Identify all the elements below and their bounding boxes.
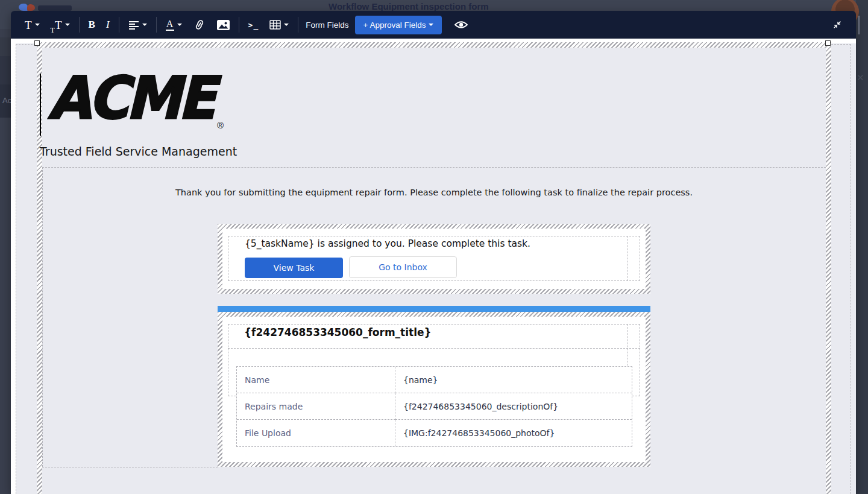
chevron-down-icon [177, 24, 182, 26]
toolbar-divider [119, 17, 119, 33]
bold-glyph: B [89, 19, 95, 31]
link-icon [193, 19, 206, 30]
editor-toolbar: T T T B I [11, 11, 856, 39]
preview-button[interactable] [450, 15, 472, 34]
color-underline [166, 30, 174, 31]
table-label-cell[interactable]: Repairs made [237, 393, 395, 420]
image-button[interactable] [213, 15, 234, 34]
code-icon: >_ [248, 21, 259, 30]
workflow-title: Workflow Equipment inspection form [329, 1, 489, 11]
screen: Workflow Equipment inspection form ✕ Ac … [0, 0, 868, 494]
company-logo[interactable]: ACME [48, 65, 213, 131]
table-value-cell[interactable]: {f242746853345060_descriptionOf} [395, 393, 632, 420]
align-left-icon [128, 21, 139, 30]
section-accent-bar [218, 306, 650, 312]
form-fields-button[interactable]: Form Fields [306, 21, 348, 30]
collapse-button[interactable] [828, 15, 846, 34]
table-label-cell[interactable]: File Upload [237, 420, 395, 446]
go-to-inbox-button[interactable]: Go to Inbox [349, 256, 457, 278]
chevron-down-icon [142, 24, 147, 26]
resize-handle[interactable] [825, 40, 831, 46]
app-logo-icon [19, 4, 28, 11]
background-close-icon: ✕ [857, 72, 864, 83]
email-editor-modal: T T T B I [11, 11, 856, 494]
scrollbar-thumb[interactable] [858, 16, 860, 34]
table-value-cell[interactable]: {name} [395, 367, 632, 393]
chevron-down-icon [429, 24, 433, 26]
section-border [42, 167, 43, 467]
bold-button[interactable]: B [84, 15, 99, 34]
section-border [42, 467, 218, 467]
email-canvas: ACME ® Trusted Field Service Management … [11, 39, 856, 494]
chevron-down-icon [35, 24, 40, 26]
text-style-glyph: T [25, 19, 32, 31]
color-glyph: A [166, 19, 174, 29]
section-divider [42, 167, 826, 168]
task-message[interactable]: {5_taskName} is assigned to you. Please … [245, 238, 530, 249]
app-logo-icon-part [27, 4, 35, 11]
sidebar-sliver [0, 56, 11, 84]
toolbar-divider [298, 17, 298, 33]
resize-handle[interactable] [34, 40, 40, 46]
chevron-down-icon [65, 24, 70, 26]
italic-glyph: I [106, 19, 110, 31]
body-block-border [826, 42, 831, 494]
table-icon [269, 20, 281, 30]
sidebar-partial-label: Ac [2, 96, 11, 105]
text-cursor [40, 74, 41, 136]
view-task-button[interactable]: View Task [245, 258, 343, 278]
toolbar-divider [79, 17, 80, 33]
form-region-divider [228, 348, 640, 349]
font-size-small-glyph: T [51, 27, 55, 34]
code-button[interactable]: >_ [244, 15, 263, 34]
eye-icon [454, 20, 468, 30]
sidebar-sliver [0, 37, 11, 56]
form-title[interactable]: {f242746853345060_form_title} [244, 326, 432, 338]
body-block-border [37, 42, 831, 48]
text-color-button[interactable]: A [162, 15, 186, 34]
intro-paragraph[interactable]: Thank you for submitting the equipment r… [42, 188, 826, 197]
background-sidebar: Ac [0, 29, 11, 494]
table-label-cell[interactable]: Name [237, 367, 395, 393]
italic-button[interactable]: I [102, 15, 114, 34]
toolbar-divider [156, 17, 157, 33]
link-button[interactable] [189, 15, 210, 34]
logo-caption[interactable]: Trusted Field Service Management [40, 145, 237, 158]
align-button[interactable] [124, 15, 151, 34]
font-size-button[interactable]: T T [46, 15, 74, 34]
text-style-button[interactable]: T [20, 15, 44, 34]
chevron-down-icon [284, 24, 289, 26]
task-region-divider [627, 236, 627, 281]
toolbar-divider [239, 17, 239, 33]
table-button[interactable] [265, 15, 293, 34]
image-icon [217, 20, 230, 30]
table-value-cell[interactable]: {IMG:f242746853345060_photoOf} [395, 420, 632, 446]
answers-table[interactable]: Name {name} Repairs made {f2427468533450… [236, 366, 632, 447]
registered-mark: ® [217, 120, 224, 130]
app-wordmark [38, 5, 72, 11]
text-color-icon: A [166, 19, 174, 31]
font-size-big-glyph: T [55, 19, 62, 31]
sidebar-sliver: Ac [0, 84, 11, 118]
approval-fields-button[interactable]: + Approval Fields [355, 16, 442, 34]
collapse-icon [832, 20, 842, 30]
approval-fields-label: + Approval Fields [363, 21, 426, 30]
